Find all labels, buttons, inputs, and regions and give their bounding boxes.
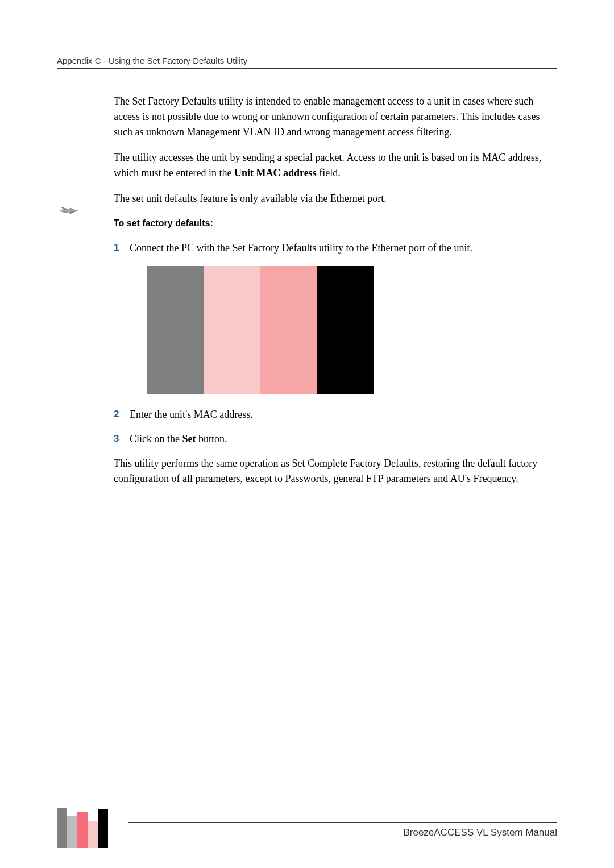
procedure-steps-continued: 2 Enter the unit's MAC address. 3 Click … bbox=[114, 407, 557, 447]
procedure-steps: 1 Connect the PC with the Set Factory De… bbox=[114, 240, 557, 256]
step-item: 2 Enter the unit's MAC address. bbox=[114, 407, 557, 422]
procedure-heading: To set factory defaults: bbox=[114, 217, 557, 230]
step-number: 1 bbox=[114, 240, 130, 256]
logo-bar bbox=[67, 816, 77, 848]
step-text: Click on the Set button. bbox=[130, 431, 557, 447]
set-button-label: Set bbox=[182, 433, 196, 445]
breadcrumb: Appendix C - Using the Set Factory Defau… bbox=[57, 56, 247, 65]
logo-bar bbox=[98, 809, 108, 848]
para2-post: field. bbox=[317, 167, 341, 178]
page-footer: BreezeACCESS VL System Manual bbox=[57, 800, 557, 845]
figure-stripe bbox=[317, 266, 374, 394]
step-number: 3 bbox=[114, 431, 130, 447]
logo-bar bbox=[88, 821, 98, 848]
step-text: Connect the PC with the Set Factory Defa… bbox=[130, 240, 557, 256]
footer-logo bbox=[57, 808, 108, 848]
step3-pre: Click on the bbox=[130, 433, 182, 445]
main-content: The Set Factory Defaults utility is inte… bbox=[114, 94, 557, 497]
intro-paragraph-3: The set unit defaults feature is only av… bbox=[114, 191, 557, 206]
page-header: Appendix C - Using the Set Factory Defau… bbox=[57, 56, 557, 69]
figure-stripe bbox=[204, 266, 260, 394]
unit-mac-address-label: Unit MAC address bbox=[234, 167, 317, 178]
footer-rule bbox=[128, 822, 557, 823]
logo-bar bbox=[77, 812, 88, 848]
step3-post: button. bbox=[196, 433, 227, 445]
step-item: 1 Connect the PC with the Set Factory De… bbox=[114, 240, 557, 256]
utility-screenshot-placeholder bbox=[147, 266, 374, 394]
intro-paragraph-2: The utility accesses the unit by sending… bbox=[114, 150, 557, 181]
svg-marker-1 bbox=[60, 208, 78, 214]
intro-paragraph-1: The Set Factory Defaults utility is inte… bbox=[114, 94, 557, 140]
step-item: 3 Click on the Set button. bbox=[114, 431, 557, 447]
logo-bar bbox=[57, 808, 67, 848]
figure-stripe bbox=[260, 266, 317, 394]
closing-paragraph: This utility performs the same operation… bbox=[114, 456, 557, 487]
step-number: 2 bbox=[114, 407, 130, 422]
pointer-icon bbox=[60, 206, 78, 216]
step-text: Enter the unit's MAC address. bbox=[130, 407, 557, 422]
footer-manual-title: BreezeACCESS VL System Manual bbox=[403, 827, 557, 838]
figure-stripe bbox=[147, 266, 204, 394]
